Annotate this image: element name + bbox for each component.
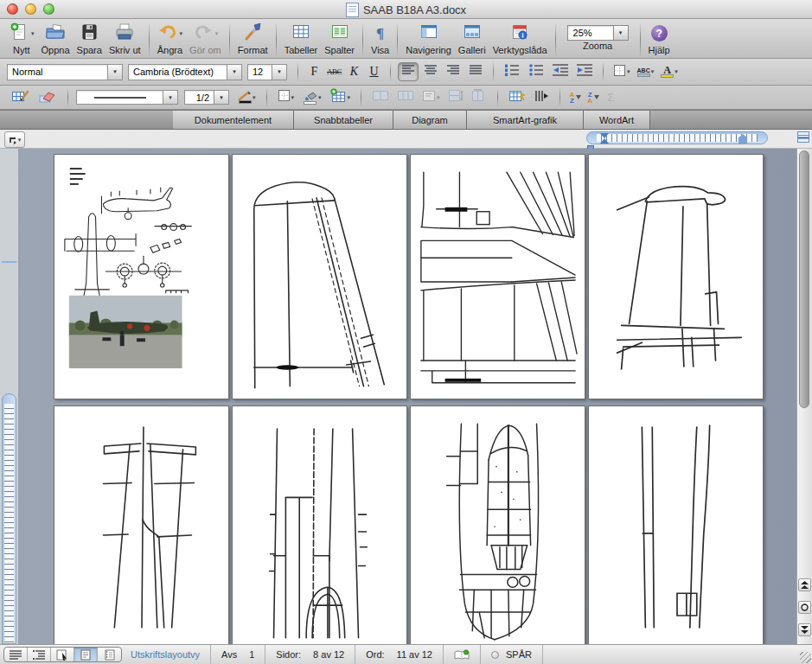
print-layout-view-button[interactable] xyxy=(74,648,98,661)
text-direction-button[interactable] xyxy=(531,89,552,106)
vertical-ruler[interactable] xyxy=(2,393,16,644)
merge-cells-button[interactable] xyxy=(369,89,392,105)
toolbox-button[interactable]: Verktygslåda xyxy=(489,22,551,55)
hanging-indent-marker[interactable] xyxy=(600,138,609,144)
tables-button[interactable]: Tabeller xyxy=(281,22,322,55)
navigation-button[interactable]: Navigering xyxy=(402,22,455,55)
show-marks-button[interactable]: ¶ Visa xyxy=(368,22,393,55)
track-changes-toggle[interactable]: SPÅR xyxy=(481,645,542,664)
page-indicator[interactable]: Sidor: 8 av 12 xyxy=(265,645,355,664)
justify-button[interactable] xyxy=(465,62,486,81)
bullet-list-button[interactable] xyxy=(525,63,547,80)
print-button[interactable]: Skriv ut xyxy=(105,22,144,55)
autosum-button[interactable]: Σ xyxy=(604,91,617,104)
split-cells-icon xyxy=(397,89,414,105)
section-indicator[interactable]: Avs 1 xyxy=(211,645,265,664)
chevron-down-icon: ▾ xyxy=(272,64,287,80)
style-select[interactable]: Normal ▾ xyxy=(7,64,123,80)
split-pane-handle[interactable] xyxy=(797,131,809,146)
cell-align-button[interactable]: ▾ xyxy=(419,90,443,105)
table-autoformat-button[interactable] xyxy=(506,89,528,106)
spelling-book-icon xyxy=(454,649,470,661)
increase-indent-button[interactable] xyxy=(573,63,596,80)
columns-icon xyxy=(329,22,350,46)
page-thumbnail-3[interactable] xyxy=(410,154,585,399)
tab-quick-tables[interactable]: Snabbtabeller xyxy=(294,111,393,129)
distribute-rows-button[interactable] xyxy=(445,89,466,105)
undo-button[interactable]: ▾ Ångra xyxy=(154,22,187,55)
outline-view-button[interactable] xyxy=(28,648,51,661)
page-thumbnail-8[interactable] xyxy=(588,405,764,644)
align-center-button[interactable] xyxy=(420,62,441,81)
tab-charts[interactable]: Diagram xyxy=(393,111,467,129)
font-color-button[interactable]: A ▾ xyxy=(658,66,681,78)
sort-ascending-button[interactable]: A Z xyxy=(568,92,584,104)
tab-wordart[interactable]: WordArt xyxy=(584,111,650,129)
notebook-layout-view-button[interactable] xyxy=(98,648,121,661)
border-color-button[interactable]: ▾ xyxy=(235,91,259,104)
vertical-scrollbar[interactable] xyxy=(796,149,812,644)
publishing-layout-view-button[interactable] xyxy=(51,648,74,661)
cell-align-icon xyxy=(422,90,436,105)
chevron-down-icon: ▾ xyxy=(31,30,35,37)
gallery-button[interactable]: Galleri xyxy=(455,22,489,55)
draw-table-button[interactable] xyxy=(9,88,33,107)
numbered-list-button[interactable] xyxy=(501,63,523,80)
format-painter-button[interactable]: Format xyxy=(234,22,272,55)
distribute-columns-button[interactable] xyxy=(469,89,489,105)
split-cells-button[interactable] xyxy=(394,89,417,105)
help-button[interactable]: ? Hjälp xyxy=(645,22,674,55)
zoom-select[interactable]: 25% xyxy=(567,25,614,41)
page-thumbnail-5[interactable] xyxy=(54,405,229,644)
shading-button[interactable]: ▾ xyxy=(299,91,324,105)
page-thumbnail-6[interactable] xyxy=(232,405,407,644)
text-direction-icon xyxy=(534,89,549,106)
strikethrough-button[interactable]: ABC xyxy=(325,63,343,81)
redo-button[interactable]: ▾ Gör om xyxy=(186,22,225,55)
borders-button[interactable]: ▾ xyxy=(611,64,633,80)
browse-next-button[interactable] xyxy=(798,623,811,636)
font-size-select[interactable]: 12 ▾ xyxy=(247,64,287,80)
insert-table-button[interactable]: ▾ xyxy=(327,88,354,107)
font-select[interactable]: Cambria (Brödtext) ▾ xyxy=(128,64,242,80)
line-style-select[interactable]: ▾ xyxy=(76,90,178,105)
spelling-status[interactable] xyxy=(444,645,480,664)
tab-stop-selector[interactable]: ▾ xyxy=(4,131,25,148)
resize-grip[interactable] xyxy=(800,652,811,663)
page-1-drawing xyxy=(54,155,228,399)
align-left-button[interactable] xyxy=(398,62,419,81)
italic-button[interactable]: K xyxy=(345,63,363,81)
line-weight-select[interactable]: 1/2 ▾ xyxy=(184,90,229,105)
align-right-button[interactable] xyxy=(443,62,464,81)
page-thumbnail-1[interactable] xyxy=(54,154,229,399)
sort-descending-button[interactable]: Z A xyxy=(585,92,601,104)
undo-arrow-icon xyxy=(157,22,178,46)
browse-previous-button[interactable] xyxy=(798,578,811,591)
tab-smartart[interactable]: SmartArt-grafik xyxy=(467,111,584,129)
word-count-indicator[interactable]: Ord: 11 av 12 xyxy=(355,645,443,664)
draft-view-button[interactable] xyxy=(4,648,28,661)
horizontal-ruler[interactable] xyxy=(586,131,768,144)
underline-button[interactable]: U xyxy=(365,63,383,81)
page-thumbnail-4[interactable] xyxy=(588,154,764,399)
page-thumbnail-2[interactable] xyxy=(232,154,407,399)
decrease-indent-button[interactable] xyxy=(549,63,572,80)
chevron-down-icon: ▾ xyxy=(180,30,183,37)
page-thumbnail-7[interactable] xyxy=(410,405,585,644)
chevron-down-icon: ▾ xyxy=(108,64,123,80)
new-button[interactable]: ▾ Nytt xyxy=(5,22,38,55)
outside-border-button[interactable]: ▾ xyxy=(275,89,297,105)
tab-document-elements[interactable]: Dokumentelement xyxy=(173,111,294,129)
columns-button[interactable]: Spalter xyxy=(321,22,358,55)
highlight-button[interactable]: ABC ▾ xyxy=(635,67,657,77)
eraser-button[interactable] xyxy=(35,88,60,107)
select-browse-object-button[interactable] xyxy=(798,601,811,614)
open-button[interactable]: Öppna xyxy=(38,22,74,55)
save-button[interactable]: Spara xyxy=(74,22,105,55)
zoom-dropdown-button[interactable]: ▾ xyxy=(614,25,629,41)
scrollbar-thumb[interactable] xyxy=(799,150,809,408)
document-canvas[interactable] xyxy=(0,149,812,644)
status-separator xyxy=(542,645,543,664)
toolbar-separator xyxy=(493,62,494,81)
bold-button[interactable]: F xyxy=(305,63,323,81)
